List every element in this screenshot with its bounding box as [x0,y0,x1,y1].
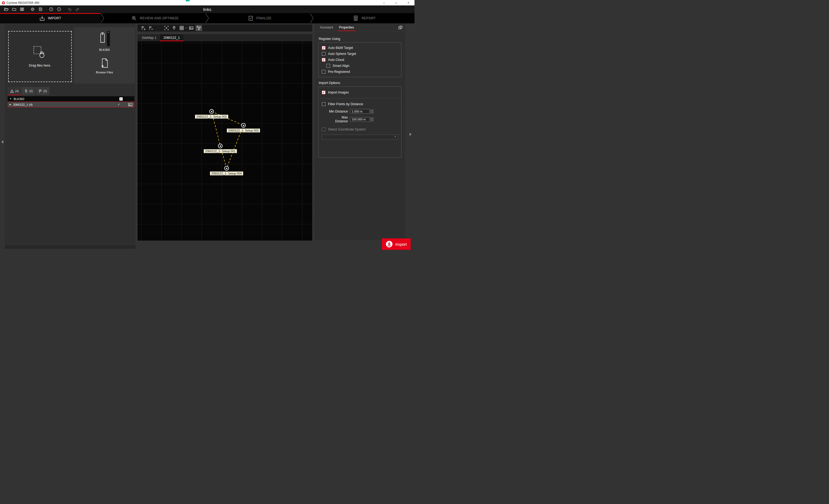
report-step-icon [353,15,359,21]
grid-dropdown-caret-icon[interactable]: ▼ [185,27,187,29]
pin-button[interactable] [171,25,177,31]
remove-sitemap-button[interactable] [148,25,154,31]
filter-points-option[interactable]: Filter Points by Distance [322,101,398,107]
tab-2060122-1[interactable]: 2060122_1 [160,34,183,41]
register-option[interactable]: Pre-Registered [322,69,398,75]
info-icon: i [57,7,61,11]
setup-label[interactable]: 2060122_1- Setup 001 [204,149,237,153]
panorama-icon[interactable] [128,103,133,106]
tree-item-label: 2060122_1 (4) [13,103,33,106]
checkbox[interactable] [326,64,330,68]
stepper-up-icon[interactable]: ▲ [370,109,374,111]
checkbox-label: Filter Points by Distance [328,102,363,106]
register-option[interactable]: Auto B&W Target [322,45,398,51]
open-project-button[interactable] [3,6,9,12]
setup-node[interactable] [209,109,214,114]
group-checkbox[interactable]: ✓ [119,97,123,101]
import-sources: Drag files here. ▼ BLK360 [5,24,136,84]
help-button[interactable]: ? [47,6,55,12]
register-option[interactable]: Auto Cloud [322,57,398,63]
coordinate-system-checkbox[interactable] [322,127,326,131]
checkbox[interactable] [322,46,326,50]
undo-button[interactable] [66,6,73,12]
paperclip-icon [24,89,28,93]
setup-label[interactable]: 2060122_1- Setup 003 [227,128,260,132]
attachments-tab[interactable]: (0) [22,87,35,95]
maximize-button[interactable]: □ [390,0,402,5]
drag-hand-icon [33,46,47,59]
minimize-button[interactable]: – [378,0,390,5]
caret-down-icon[interactable]: ▼ [9,98,12,100]
setup-label[interactable]: 2060122_1- Setup 004 [210,171,243,175]
workflow-step-report[interactable]: REPORT [314,13,414,24]
blk360-device-icon[interactable] [99,31,106,43]
grid-options-button[interactable] [178,25,185,31]
window-controls: – □ × [378,0,414,5]
import-images-option[interactable]: Import Images [322,89,398,95]
library-button[interactable] [19,6,25,12]
stepper-up-icon[interactable]: ▲ [370,117,374,119]
setup-node[interactable] [241,123,246,128]
redo-button[interactable] [74,6,81,12]
horizontal-scrollbar[interactable] [5,245,136,249]
expand-right-panel-icon[interactable] [409,133,411,136]
svg-text:i: i [59,8,59,11]
tab-assistant[interactable]: Assistant [317,24,336,31]
register-option[interactable]: Smart Align [322,63,398,69]
workflow-step-import[interactable]: IMPORT [0,13,100,24]
workflow-step-finalize[interactable]: FINALIZE [209,13,310,24]
stepper-down-icon[interactable]: ▼ [370,119,374,121]
setup-label[interactable]: 2060122_1- Setup 002 [195,115,228,119]
register-option[interactable]: Auto Sphere Target [322,51,398,57]
browse-files-button[interactable]: Browse Files [96,58,113,74]
max-distance-label: Max Distance [328,116,348,123]
drag-drop-zone[interactable]: Drag files here. [8,31,72,82]
min-distance-label: Min Distance [328,110,348,113]
new-project-button[interactable] [11,6,17,12]
filter-points-checkbox[interactable] [322,102,326,106]
checkbox[interactable] [322,52,326,56]
setup-node[interactable] [224,166,229,171]
add-sitemap-button[interactable] [140,25,147,31]
log-button[interactable] [37,6,44,12]
checkbox[interactable] [322,58,326,62]
workflow-step-label: REVIEW AND OPTIMIZE [140,16,179,20]
map-pin-icon [172,26,177,31]
add-sitemap-icon [141,26,146,31]
workflow-step-review[interactable]: REVIEW AND OPTIMIZE [105,13,205,24]
sitemap-canvas[interactable]: 2060122_1- Setup 0022060122_1- Setup 003… [138,41,312,241]
tree-group-row[interactable]: ▼ BLK360 ✓ [8,96,134,102]
close-button[interactable]: × [402,0,414,5]
item-check-icon[interactable]: ✓ [118,103,120,106]
collapse-left-panel-icon[interactable] [1,140,3,144]
warnings-tab[interactable]: (4) [8,87,21,95]
max-distance-input[interactable]: 100.000 m [350,117,370,122]
checkbox[interactable] [322,70,326,74]
tab-sitemap-1[interactable]: SiteMap 1 [138,34,160,41]
coordinate-system-option[interactable]: Select Coordinate System [322,126,398,132]
controls-tab[interactable]: (0) [36,87,49,95]
min-distance-input[interactable]: 1.000 m [350,109,370,114]
divider [319,98,401,99]
caret-down-icon: ▼ [108,31,109,46]
toggle-images-button[interactable] [188,25,194,31]
coordinate-system-select[interactable]: ▼ [322,134,398,140]
setup-node[interactable] [218,144,223,148]
settings-button[interactable] [29,6,36,12]
toggle-links-button[interactable] [195,25,202,31]
tree-item-row[interactable]: ▶ 2060122_1 (4) ✓ [8,102,134,107]
flag-icon [38,89,42,93]
caret-right-icon[interactable]: ▶ [9,103,11,106]
info-button[interactable]: i [56,6,62,12]
device-list-scrollbar[interactable]: ▼ [107,31,110,46]
stepper-down-icon[interactable]: ▼ [370,111,374,114]
finalize-step-icon [248,15,254,21]
tab-properties[interactable]: Properties [336,24,357,31]
import-button[interactable]: Import [382,238,411,250]
float-panel-button[interactable] [397,25,404,30]
fit-view-button[interactable] [163,25,170,31]
checkbox-label: Auto Cloud [328,58,344,62]
import-images-checkbox[interactable] [322,90,326,94]
svg-text:?: ? [50,8,52,11]
import-download-icon [386,241,393,248]
